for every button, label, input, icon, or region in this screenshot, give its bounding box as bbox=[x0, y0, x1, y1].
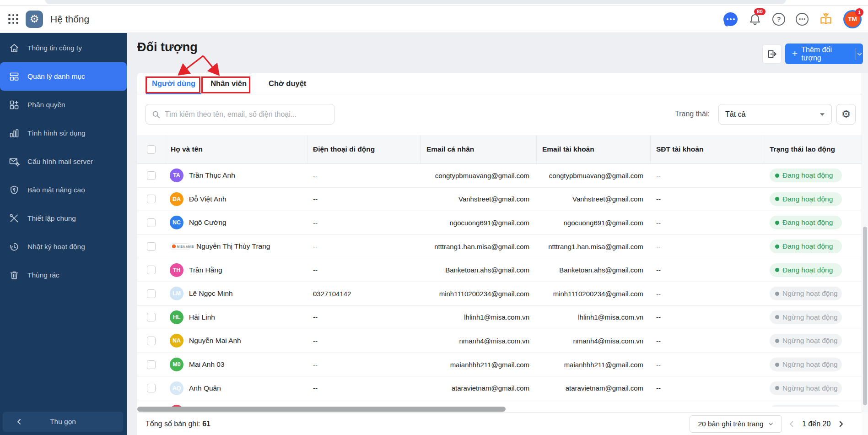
cell-status: Ngừng hoạt động bbox=[764, 405, 868, 407]
status-badge: Ngừng hoạt động bbox=[770, 310, 842, 324]
select-all-checkbox[interactable] bbox=[147, 145, 156, 154]
sidebar-item-category[interactable]: Quản lý danh mục bbox=[0, 62, 127, 91]
whats-new-icon[interactable] bbox=[819, 12, 833, 26]
row-checkbox[interactable] bbox=[147, 218, 156, 227]
next-page-icon[interactable] bbox=[837, 420, 845, 428]
sidebar-item-history[interactable]: Nhật ký hoạt động bbox=[0, 233, 127, 261]
cell-phone: -- bbox=[307, 384, 421, 392]
sidebar-item-mail[interactable]: Cấu hình mail server bbox=[0, 147, 127, 176]
sidebar-item-home[interactable]: Thông tin công ty bbox=[0, 34, 127, 62]
sidebar-collapse-button[interactable]: Thu gọn bbox=[3, 412, 123, 432]
sidebar-item-permission[interactable]: Phân quyền bbox=[0, 91, 127, 119]
cell-email-personal: lhlinh1@misa.com.vn bbox=[421, 313, 537, 321]
chat-icon[interactable] bbox=[723, 12, 738, 26]
user-avatar[interactable]: TM 1 bbox=[843, 10, 862, 28]
row-checkbox[interactable] bbox=[147, 289, 156, 298]
app-launcher-icon[interactable] bbox=[8, 14, 18, 24]
chevron-down-icon bbox=[768, 421, 774, 427]
cell-email-account: Vanhstreet@gmail.com bbox=[537, 195, 651, 203]
status-badge: Ngừng hoạt động bbox=[770, 358, 842, 371]
sidebar-item-label: Thiết lập chung bbox=[27, 214, 76, 223]
cell-phone: -- bbox=[307, 313, 421, 321]
cell-email-account: ntttrang1.han.misa@gmail.com bbox=[537, 243, 651, 250]
vertical-scrollbar[interactable] bbox=[863, 227, 867, 405]
table-row[interactable]: LMLê Ngọc Minh 0327104142 minh1110200234… bbox=[137, 282, 868, 306]
cell-name: HLHải Linh bbox=[165, 310, 307, 324]
column-settings-button[interactable]: ⚙ bbox=[836, 104, 856, 125]
table-row[interactable]: THTrần Hằng -- Banketoan.ahs@gmail.com B… bbox=[137, 258, 868, 282]
row-checkbox[interactable] bbox=[147, 313, 156, 321]
cell-account-phone: -- bbox=[651, 337, 764, 345]
dropdown-arrow-icon bbox=[819, 113, 825, 116]
avatar: NA bbox=[170, 334, 183, 348]
content-card: Người dùng Nhân viên Chờ duyệt Trạng thá… bbox=[137, 73, 868, 435]
row-checkbox[interactable] bbox=[147, 266, 156, 274]
table-row[interactable]: M0Mai Anh 03 -- maianhhh211@gmail.com ma… bbox=[137, 353, 868, 377]
row-checkbox[interactable] bbox=[147, 337, 156, 345]
cell-account-phone: -- bbox=[651, 172, 764, 179]
avatar: AQ bbox=[170, 381, 183, 395]
table-row[interactable]: TQTạ đức Quang -- taducquang@gmail.com t… bbox=[137, 400, 868, 407]
avatar-badge: 1 bbox=[855, 8, 863, 16]
avatar: TH bbox=[170, 263, 183, 277]
cell-status: Ngừng hoạt động bbox=[764, 334, 868, 348]
cell-email-account: nmanh4@misa.com.vn bbox=[537, 337, 651, 345]
add-object-button[interactable]: + Thêm đối tượng bbox=[785, 44, 863, 64]
table-row[interactable]: ĐAĐỗ Việt Anh -- Vanhstreet@gmail.com Va… bbox=[137, 188, 868, 212]
table-row[interactable]: MISA AMISNguyễn Thị Thùy Trang -- ntttra… bbox=[137, 235, 868, 259]
cell-status: Ngừng hoạt động bbox=[764, 381, 868, 395]
column-header: Email tài khoản bbox=[537, 135, 651, 163]
system-app-logo-icon[interactable]: ⚙ bbox=[26, 11, 43, 28]
status-filter-select[interactable]: Tất cả bbox=[718, 104, 832, 125]
page-size-select[interactable]: 20 bản ghi trên trang bbox=[690, 415, 782, 433]
cell-account-phone: -- bbox=[651, 384, 764, 392]
status-badge: Ngừng hoạt động bbox=[770, 405, 842, 407]
chevron-down-icon[interactable] bbox=[856, 50, 863, 58]
tab-nguoi-dung[interactable]: Người dùng bbox=[146, 73, 201, 94]
sidebar-item-tools[interactable]: Thiết lập chung bbox=[0, 204, 127, 233]
row-checkbox[interactable] bbox=[147, 360, 156, 369]
app-title: Hệ thống bbox=[50, 14, 89, 25]
cell-name: MISA AMISNguyễn Thị Thùy Trang bbox=[165, 242, 307, 250]
user-name: Hải Linh bbox=[189, 313, 215, 321]
row-checkbox[interactable] bbox=[147, 171, 156, 180]
user-name: Nguyễn Thị Thùy Trang bbox=[196, 242, 270, 250]
cell-name: NANguyễn Mai Anh bbox=[165, 334, 307, 348]
table-row[interactable]: HLHải Linh -- lhlinh1@misa.com.vn lhlinh… bbox=[137, 306, 868, 330]
sidebar-item-shield[interactable]: Bảo mật nâng cao bbox=[0, 176, 127, 204]
search-input[interactable] bbox=[165, 110, 329, 119]
horizontal-scrollbar[interactable] bbox=[137, 407, 506, 412]
row-checkbox[interactable] bbox=[147, 384, 156, 392]
notifications-bell-icon[interactable]: 80 bbox=[748, 12, 762, 26]
cell-name: ĐAĐỗ Việt Anh bbox=[165, 192, 307, 206]
cell-status: Đang hoạt động bbox=[764, 263, 868, 277]
status-dot-icon bbox=[775, 221, 779, 225]
avatar: ĐA bbox=[170, 192, 183, 206]
row-checkbox[interactable] bbox=[147, 195, 156, 203]
table-row[interactable]: TATrần Thục Anh -- congtypbmuavang@gmail… bbox=[137, 164, 868, 188]
total-records-value: 61 bbox=[202, 420, 210, 428]
previous-page-icon[interactable] bbox=[787, 420, 796, 428]
sidebar-item-trash[interactable]: Thùng rác bbox=[0, 261, 127, 289]
sidebar-item-label: Thông tin công ty bbox=[27, 44, 82, 52]
sidebar-item-label: Cấu hình mail server bbox=[27, 158, 93, 166]
cell-phone: -- bbox=[307, 243, 421, 250]
more-options-icon[interactable]: ⋯ bbox=[796, 13, 809, 26]
help-icon[interactable]: ? bbox=[772, 13, 785, 26]
tab-nhan-vien[interactable]: Nhân viên bbox=[205, 73, 253, 94]
sidebar-item-usage[interactable]: Tình hình sử dụng bbox=[0, 119, 127, 147]
cell-account-phone: -- bbox=[651, 219, 764, 227]
export-button[interactable] bbox=[762, 44, 782, 64]
table-row[interactable]: NANguyễn Mai Anh -- nmanh4@misa.com.vn n… bbox=[137, 329, 868, 353]
row-checkbox[interactable] bbox=[147, 242, 156, 251]
search-input-wrap bbox=[146, 104, 334, 125]
table-row[interactable]: NCNgô Cường -- ngocuong691@gmail.com ngo… bbox=[137, 211, 868, 235]
cell-email-personal: ataravietnam@gmail.com bbox=[421, 384, 537, 392]
table-row[interactable]: AQAnh Quân -- ataravietnam@gmail.com ata… bbox=[137, 376, 868, 400]
cell-phone: 0327104142 bbox=[307, 290, 421, 298]
tab-cho-duyet[interactable]: Chờ duyệt bbox=[263, 73, 312, 94]
cell-status: Đang hoạt động bbox=[764, 239, 868, 253]
cell-email-personal: ntttrang1.han.misa@gmail.com bbox=[421, 243, 537, 250]
trash-icon bbox=[9, 270, 20, 281]
company-logo-avatar: MISA AMIS bbox=[170, 243, 191, 250]
